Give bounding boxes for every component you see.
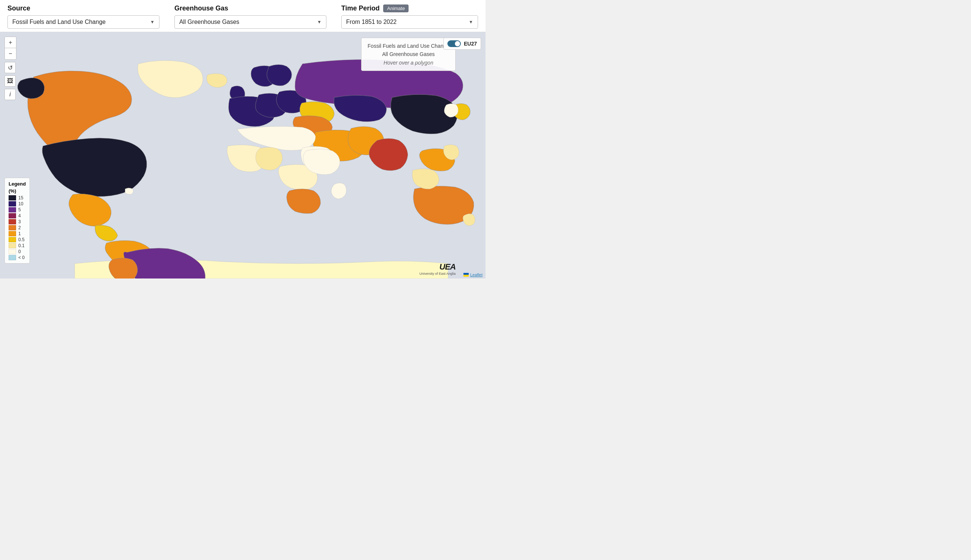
legend-item: 10: [8, 201, 26, 207]
greenhouse-arrow-icon: ▼: [317, 19, 322, 25]
greenhouse-group: Greenhouse Gas All Greenhouse Gases ▼: [174, 5, 326, 29]
legend-item-label: 10: [18, 201, 23, 207]
uea-sub: University of East Anglia: [419, 272, 455, 275]
zoom-controls: + −: [5, 37, 17, 60]
info-button[interactable]: i: [5, 89, 16, 100]
legend-color-swatch: [8, 219, 16, 224]
image-button[interactable]: 🖼: [5, 75, 16, 87]
legend-items: 15 10 5 4 3 2 1 0.5 0.1 0: [8, 195, 26, 260]
legend-unit: (%): [8, 188, 26, 194]
legend-color-swatch: [8, 249, 16, 254]
legend-item: 5: [8, 207, 26, 212]
greenhouse-dropdown[interactable]: All Greenhouse Gases ▼: [174, 15, 326, 29]
legend-item-label: 3: [18, 219, 21, 224]
time-dropdown[interactable]: From 1851 to 2022 ▼: [341, 15, 478, 29]
source-arrow-icon: ▼: [150, 19, 155, 25]
source-group: Source Fossil Fuels and Land Use Change …: [7, 5, 160, 29]
legend-item: 3: [8, 219, 26, 224]
legend-item-label: 4: [18, 213, 21, 218]
tooltip-line1: Fossil Fuels and Land Use Change: [367, 42, 449, 50]
uea-logo: UEA University of East Anglia: [419, 262, 455, 275]
source-label: Source: [7, 5, 160, 12]
zoom-out-button[interactable]: −: [5, 48, 16, 59]
legend-color-swatch: [8, 207, 16, 212]
legend-item: 0: [8, 249, 26, 254]
legend-item: 1: [8, 231, 26, 236]
legend-item-label: 0.1: [18, 243, 25, 248]
eu27-toggle[interactable]: EU27: [443, 38, 481, 50]
legend: Legend (%) 15 10 5 4 3 2 1 0.5: [5, 178, 30, 263]
legend-color-swatch: [8, 237, 16, 242]
zoom-in-button[interactable]: +: [5, 37, 16, 48]
leaflet-attribution: Leaflet: [464, 273, 482, 277]
map-controls: + − ↺ 🖼 i: [5, 37, 17, 100]
source-value: Fossil Fuels and Land Use Change: [12, 19, 106, 25]
legend-item-label: 0: [18, 249, 21, 254]
ukraine-flag-icon: [464, 273, 469, 277]
legend-color-swatch: [8, 231, 16, 236]
legend-title: Legend: [8, 181, 26, 187]
uea-text: UEA: [419, 262, 455, 272]
legend-item-label: 15: [18, 195, 23, 200]
leaflet-text: Leaflet: [470, 273, 482, 277]
legend-color-swatch: [8, 225, 16, 230]
legend-item: 2: [8, 225, 26, 230]
animate-button[interactable]: Animate: [383, 5, 409, 12]
map-container: + − ↺ 🖼 i Legend (%) 15 10 5 4 3 2: [0, 32, 486, 278]
legend-color-swatch: [8, 201, 16, 207]
legend-item: 0.5: [8, 237, 26, 242]
greenhouse-value: All Greenhouse Gases: [179, 19, 239, 25]
legend-item: < 0: [8, 255, 26, 260]
map-tooltip: Fossil Fuels and Land Use Change All Gre…: [361, 38, 455, 71]
legend-color-swatch: [8, 243, 16, 248]
toggle-knob: [455, 41, 460, 46]
legend-item-label: < 0: [18, 255, 25, 260]
eu27-label: EU27: [464, 41, 477, 47]
legend-color-swatch: [8, 195, 16, 200]
legend-item: 15: [8, 195, 26, 200]
time-header-row: Time Period Animate: [341, 5, 478, 12]
header: Source Fossil Fuels and Land Use Change …: [0, 0, 486, 32]
tooltip-line2: All Greenhouse Gases: [367, 50, 449, 58]
source-dropdown[interactable]: Fossil Fuels and Land Use Change ▼: [7, 15, 160, 29]
time-group: Time Period Animate From 1851 to 2022 ▼: [341, 5, 478, 29]
legend-item-label: 0.5: [18, 237, 25, 242]
time-value: From 1851 to 2022: [346, 19, 397, 25]
time-arrow-icon: ▼: [469, 19, 473, 25]
greenhouse-label: Greenhouse Gas: [174, 5, 326, 12]
legend-color-swatch: [8, 255, 16, 260]
toggle-switch: [447, 40, 461, 47]
reset-button[interactable]: ↺: [5, 62, 16, 73]
time-label: Time Period: [341, 5, 380, 12]
tooltip-line3: Hover over a polygon: [367, 58, 449, 67]
legend-color-swatch: [8, 213, 16, 218]
legend-item-label: 2: [18, 225, 21, 230]
legend-item-label: 1: [18, 231, 21, 236]
legend-item-label: 5: [18, 207, 21, 212]
legend-item: 0.1: [8, 243, 26, 248]
legend-item: 4: [8, 213, 26, 218]
